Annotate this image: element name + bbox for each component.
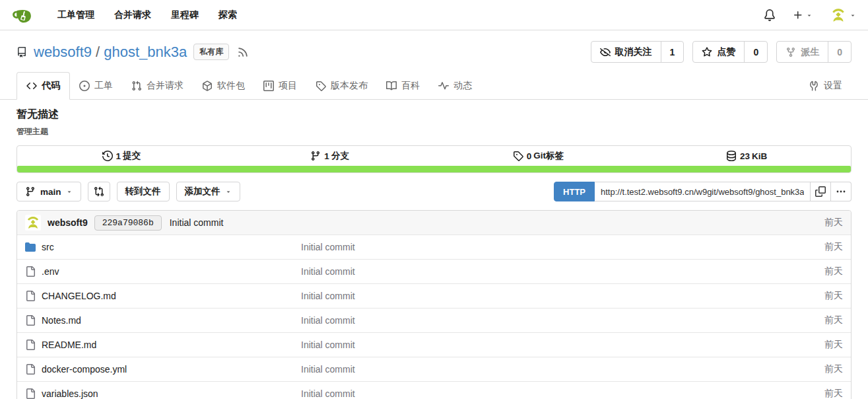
goto-file-label: 转到文件 <box>125 186 161 198</box>
commit-author-avatar[interactable] <box>25 215 41 231</box>
tab-activity-label: 动态 <box>453 80 472 92</box>
commit-hash-link[interactable]: 229a79086b <box>94 215 162 231</box>
repo-size-stat[interactable]: 23 KiB <box>642 146 851 166</box>
branch-selector-dropdown[interactable]: main <box>17 182 81 201</box>
file-commit-message[interactable]: Initial commit <box>301 242 824 252</box>
file-table: websoft9 229a79086b Initial commit 前天 sr… <box>17 210 851 399</box>
nav-item-issues[interactable]: 工单管理 <box>48 9 104 21</box>
database-icon <box>726 151 737 161</box>
file-commit-date: 前天 <box>824 290 843 302</box>
nav-item-explore[interactable]: 探索 <box>209 9 247 21</box>
add-file-dropdown[interactable]: 添加文件 <box>176 182 240 201</box>
branches-count: 1 <box>324 151 329 161</box>
commit-author-name[interactable]: websoft9 <box>48 217 88 228</box>
file-link-docker-compose[interactable]: docker-compose.yml <box>25 364 301 375</box>
branches-stat[interactable]: 1 分支 <box>226 146 434 166</box>
chevron-down-icon <box>225 188 232 195</box>
rss-feed-icon[interactable] <box>237 46 249 58</box>
unwatch-button[interactable]: 取消关注 <box>591 42 661 62</box>
file-commit-date: 前天 <box>824 266 843 277</box>
tags-label: Git标签 <box>533 150 564 162</box>
git-branch-icon <box>25 186 36 197</box>
issue-opened-icon <box>79 81 90 91</box>
file-commit-message[interactable]: Initial commit <box>301 364 824 375</box>
stars-count[interactable]: 0 <box>744 42 767 62</box>
plus-icon <box>793 10 803 20</box>
tab-issues[interactable]: 工单 <box>70 73 122 99</box>
commits-label: 提交 <box>123 150 141 162</box>
user-menu-dropdown[interactable] <box>830 7 856 24</box>
file-commit-message[interactable]: Initial commit <box>301 388 824 399</box>
manage-topics-link[interactable]: 管理主题 <box>17 126 851 137</box>
goto-file-button[interactable]: 转到文件 <box>117 182 170 201</box>
file-commit-message[interactable]: Initial commit <box>301 315 824 326</box>
compare-branches-button[interactable] <box>88 182 110 201</box>
language-stats-bar[interactable] <box>17 166 851 172</box>
commit-date: 前天 <box>824 217 843 229</box>
tab-wiki[interactable]: 百科 <box>377 73 429 99</box>
file-row: src Initial commit 前天 <box>17 235 851 259</box>
branches-label: 分支 <box>331 150 349 162</box>
clone-url-group: HTTP <box>554 182 851 201</box>
tab-code-label: 代码 <box>42 80 60 92</box>
repo-description: 暂无描述 <box>17 108 851 122</box>
nav-item-pulls[interactable]: 合并请求 <box>104 9 161 21</box>
repo-name-link[interactable]: ghost_bnk3a <box>104 44 187 61</box>
create-new-dropdown[interactable] <box>793 10 813 20</box>
star-button[interactable]: 点赞 <box>693 42 744 62</box>
file-link-notes[interactable]: Notes.md <box>25 315 301 326</box>
notifications-bell-icon[interactable] <box>764 9 776 21</box>
copy-icon <box>815 186 826 197</box>
repo-stats-box: 1 提交 1 分支 0 Git标签 23 KiB <box>17 145 851 173</box>
watchers-count[interactable]: 1 <box>661 42 684 62</box>
tag-icon <box>316 81 326 91</box>
repo-owner-link[interactable]: websoft9 <box>34 44 92 61</box>
file-link-env[interactable]: .env <box>25 266 301 277</box>
tags-stat[interactable]: 0 Git标签 <box>434 146 643 166</box>
fork-icon <box>785 47 796 57</box>
gitea-logo-icon[interactable] <box>12 5 32 25</box>
file-name: docker-compose.yml <box>42 364 127 375</box>
project-board-icon <box>263 81 274 91</box>
file-link-variables[interactable]: variables.json <box>25 388 301 399</box>
tab-releases[interactable]: 版本发布 <box>306 73 377 99</box>
tab-settings[interactable]: 设置 <box>799 73 851 99</box>
more-options-button[interactable] <box>831 182 851 201</box>
code-icon <box>26 81 37 91</box>
file-commit-message[interactable]: Initial commit <box>301 291 824 301</box>
git-pull-request-icon <box>131 81 142 91</box>
repo-size-value: 23 <box>740 151 750 161</box>
clone-url-input[interactable] <box>595 182 811 201</box>
nav-item-milestones[interactable]: 里程碑 <box>161 9 209 21</box>
fork-button[interactable]: 派生 <box>777 42 828 62</box>
tab-pull-requests[interactable]: 合并请求 <box>122 73 193 99</box>
commit-message-link[interactable]: Initial commit <box>170 217 224 228</box>
repo-title: websoft9 / ghost_bnk3a <box>34 44 187 61</box>
file-row: CHANGELOG.md Initial commit 前天 <box>17 283 851 308</box>
branch-toolbar: main 转到文件 添加文件 HTTP <box>17 182 851 201</box>
commits-stat[interactable]: 1 提交 <box>17 146 226 166</box>
file-link-src[interactable]: src <box>25 242 301 252</box>
fork-label: 派生 <box>801 46 819 58</box>
copy-url-button[interactable] <box>811 182 831 201</box>
file-commit-message[interactable]: Initial commit <box>301 266 824 277</box>
tab-wiki-label: 百科 <box>401 80 420 92</box>
http-protocol-button[interactable]: HTTP <box>554 182 595 201</box>
tab-activity[interactable]: 动态 <box>429 73 481 99</box>
git-compare-icon <box>94 186 104 197</box>
repo-title-separator: / <box>96 44 100 61</box>
file-commit-date: 前天 <box>824 388 843 399</box>
unwatch-label: 取消关注 <box>615 46 652 58</box>
file-commit-message[interactable]: Initial commit <box>301 340 824 350</box>
file-row: .env Initial commit 前天 <box>17 259 851 283</box>
tab-code[interactable]: 代码 <box>17 72 70 100</box>
tab-packages[interactable]: 软件包 <box>193 73 254 99</box>
top-navbar: 工单管理 合并请求 里程碑 探索 <box>0 0 868 30</box>
file-link-changelog[interactable]: CHANGELOG.md <box>25 291 301 301</box>
kebab-menu-icon <box>836 186 846 197</box>
file-link-readme[interactable]: README.md <box>25 340 301 350</box>
tab-projects[interactable]: 项目 <box>254 73 306 99</box>
repo-icon <box>17 47 27 57</box>
forks-count[interactable]: 0 <box>828 42 851 62</box>
eye-closed-icon <box>600 47 611 57</box>
